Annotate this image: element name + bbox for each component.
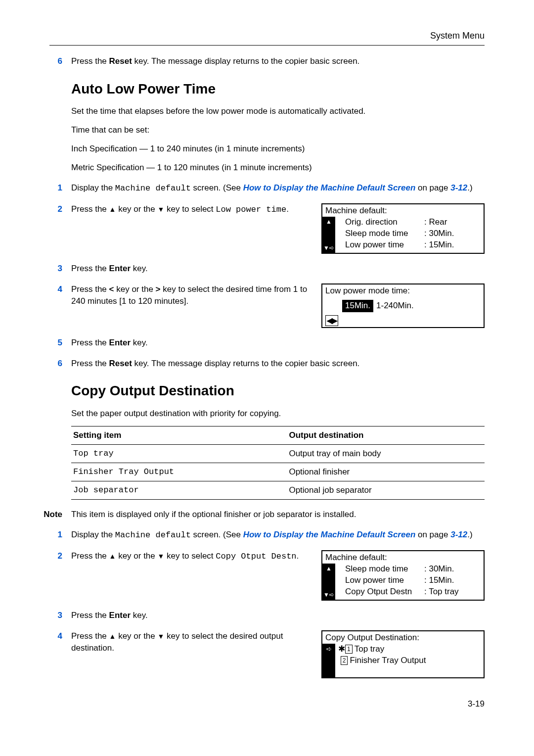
section-auto-low-power: Auto Low Power Time Set the time that el… bbox=[71, 79, 485, 173]
cell-item: Top tray bbox=[71, 445, 287, 463]
step-number: 5 bbox=[49, 337, 71, 349]
lcd-row: Orig. direction: Rear bbox=[338, 217, 481, 228]
up-arrow-icon: ▲ bbox=[109, 552, 116, 560]
text: screen. (See bbox=[191, 530, 243, 539]
text: key. The message display returns to the … bbox=[132, 56, 360, 66]
step-number: 6 bbox=[49, 358, 71, 370]
lcd-label: Sleep mode time bbox=[345, 228, 424, 239]
step-number: 2 bbox=[49, 203, 71, 254]
step-6b: 6 Press the Reset key. The message displ… bbox=[49, 358, 485, 370]
th-output-dest: Output destination bbox=[287, 426, 485, 445]
page-ref-link[interactable]: 3-12 bbox=[450, 183, 467, 192]
scroll-up-icon: ▲ bbox=[322, 217, 335, 235]
lcd-value: : 15Min. bbox=[424, 575, 454, 586]
mono-text: Machine default bbox=[115, 184, 191, 193]
lcd-value: : 15Min. bbox=[424, 239, 454, 251]
page-ref-link[interactable]: 3-12 bbox=[450, 530, 467, 539]
note-label: Note bbox=[28, 509, 71, 520]
lcd-row: Low power time: 15Min. bbox=[338, 575, 481, 586]
step-4a: 4 Press the < key or the > key to select… bbox=[49, 284, 485, 328]
step-number: 4 bbox=[49, 630, 71, 678]
lcd-label: Copy Otput Destn bbox=[345, 586, 424, 598]
paragraph: Time that can be set: bbox=[71, 124, 485, 136]
text: on page bbox=[415, 183, 450, 192]
text: key. The message display returns to the … bbox=[132, 359, 360, 368]
lcd-option-1: ✱1Top tray bbox=[338, 644, 481, 655]
cell-dest: Output tray of main body bbox=[287, 445, 485, 463]
step-text: Press the ▲ key or the ▼ key to select L… bbox=[71, 203, 321, 254]
step-text: Press the ▲ key or the ▼ key to select t… bbox=[71, 630, 321, 678]
lcd-scroll-indicator: ▲ ▼➪ bbox=[322, 564, 335, 600]
key-name: Reset bbox=[109, 56, 132, 66]
lcd-row: Sleep mode time: 30Min. bbox=[338, 228, 481, 239]
lcd-option-2: 2Finisher Tray Output bbox=[338, 655, 481, 666]
text: Press the bbox=[71, 264, 109, 273]
step-number: 3 bbox=[49, 263, 71, 275]
page-number: 3-19 bbox=[49, 698, 485, 710]
lcd-panel-3: Machine default: ▲ ▼➪ Sleep mode time: 3… bbox=[321, 550, 485, 601]
step-body: Press the ▲ key or the ▼ key to select C… bbox=[71, 550, 485, 601]
text: Press the bbox=[71, 204, 109, 214]
step-1b: 1 Display the Machine default screen. (S… bbox=[49, 529, 485, 541]
lcd-value: : 30Min. bbox=[424, 228, 454, 239]
heading-auto-low-power: Auto Low Power Time bbox=[71, 79, 485, 98]
step-body: Press the Enter key. bbox=[71, 610, 485, 621]
key-name: Enter bbox=[109, 264, 131, 273]
step-body: Press the Reset key. The message display… bbox=[71, 358, 485, 370]
step-5a: 5 Press the Enter key. bbox=[49, 337, 485, 349]
option-number-icon: 2 bbox=[341, 656, 348, 665]
option-number-icon: 1 bbox=[345, 645, 353, 654]
paragraph: Inch Specification — 1 to 240 minutes (i… bbox=[71, 143, 485, 155]
key-name: < bbox=[109, 284, 114, 294]
step-body: Press the Enter key. bbox=[71, 263, 485, 275]
step-number: 6 bbox=[49, 55, 71, 67]
lcd-value: : Rear bbox=[424, 217, 447, 228]
lcd-option-label: Finisher Tray Output bbox=[350, 655, 426, 666]
note-row: Note This item is displayed only if the … bbox=[28, 509, 485, 520]
text: Press the bbox=[71, 56, 109, 66]
text: Press the bbox=[71, 631, 109, 641]
cell-item: Finisher Tray Output bbox=[71, 463, 287, 481]
lcd-value-row: 15Min. 1-240Min. bbox=[322, 298, 484, 314]
step-3b: 3 Press the Enter key. bbox=[49, 610, 485, 621]
step-6-top: 6 Press the Reset key. The message displ… bbox=[49, 55, 485, 67]
step-text: Press the ▲ key or the ▼ key to select C… bbox=[71, 550, 321, 601]
step-text: Press the < key or the > key to select t… bbox=[71, 284, 321, 328]
text: Press the bbox=[71, 338, 109, 347]
step-number: 4 bbox=[49, 284, 71, 328]
lcd-row: Sleep mode time: 30Min. bbox=[338, 564, 481, 575]
down-arrow-icon: ▼ bbox=[158, 205, 165, 213]
step-body: Display the Machine default screen. (See… bbox=[71, 529, 485, 541]
lcd-title: Copy Output Destination: bbox=[322, 631, 484, 644]
text: key. bbox=[131, 264, 148, 273]
table-row: Top tray Output tray of main body bbox=[71, 445, 485, 463]
text: on page bbox=[415, 530, 450, 539]
lcd-value: : 30Min. bbox=[424, 564, 454, 575]
lcd-panel-2: Low power mode time: 15Min. 1-240Min. ◀▶ bbox=[321, 284, 485, 328]
cross-ref-link[interactable]: How to Display the Machine Default Scree… bbox=[243, 183, 416, 192]
lcd-arrow-indicator: ➪ bbox=[322, 644, 335, 677]
cross-ref-link[interactable]: How to Display the Machine Default Scree… bbox=[243, 530, 416, 539]
lcd-range: 1-240Min. bbox=[376, 300, 414, 312]
down-arrow-icon: ▼ bbox=[158, 552, 165, 560]
scroll-up-icon: ▲ bbox=[322, 564, 335, 581]
lcd-label: Low power time bbox=[345, 575, 424, 586]
step-number: 3 bbox=[49, 610, 71, 621]
text: key or the bbox=[116, 631, 157, 641]
step-body: Press the < key or the > key to select t… bbox=[71, 284, 485, 328]
lcd-title: Low power mode time: bbox=[322, 284, 484, 298]
text: Press the bbox=[71, 611, 109, 620]
step-number: 1 bbox=[49, 529, 71, 541]
scroll-down-icon: ▼➪ bbox=[322, 235, 335, 253]
heading-copy-output: Copy Output Destination bbox=[71, 381, 485, 400]
lcd-title: Machine default: bbox=[322, 551, 484, 564]
left-right-nav-icon: ◀▶ bbox=[325, 315, 338, 326]
settings-table: Setting item Output destination Top tray… bbox=[71, 426, 485, 499]
key-name: Enter bbox=[109, 338, 131, 347]
note-body: This item is displayed only if the optio… bbox=[71, 509, 485, 520]
step-number: 1 bbox=[49, 182, 71, 194]
text: .) bbox=[467, 530, 472, 539]
lcd-panel-4: Copy Output Destination: ➪ ✱1Top tray 2F… bbox=[321, 630, 485, 678]
step-4b: 4 Press the ▲ key or the ▼ key to select… bbox=[49, 630, 485, 678]
lcd-label: Orig. direction bbox=[345, 217, 424, 228]
